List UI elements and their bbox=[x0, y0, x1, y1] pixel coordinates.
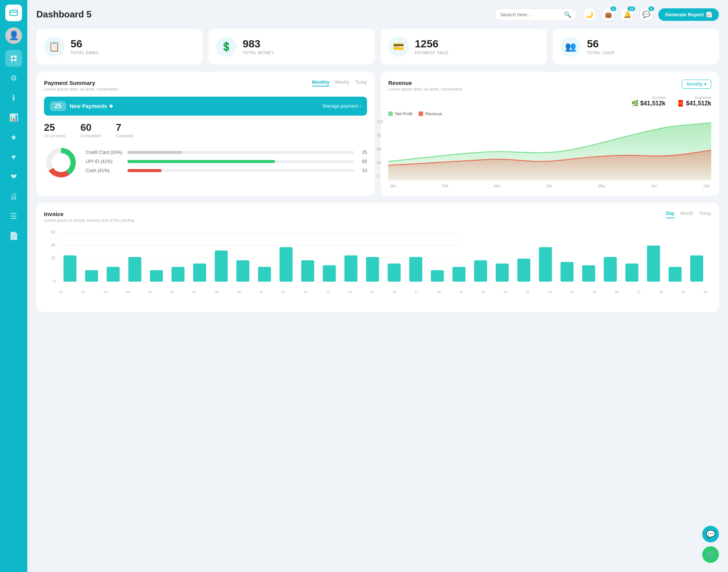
on-process-number: 25 bbox=[44, 122, 65, 133]
invoice-chart: 60 40 20 0 01020304050607080910111213141… bbox=[44, 229, 711, 304]
sidebar-item-document[interactable]: 📄 bbox=[5, 227, 22, 244]
x-label-15: 15 bbox=[370, 290, 374, 294]
x-label-17: 17 bbox=[415, 290, 419, 294]
svg-rect-31 bbox=[366, 257, 379, 282]
sidebar-item-dashboard[interactable] bbox=[5, 50, 22, 67]
chat-btn[interactable]: 💬 5 bbox=[639, 8, 653, 21]
stat-card-payment: 💳 1256 PAYMENT SALE bbox=[381, 29, 547, 64]
income-value: 🌿 $41,512k bbox=[631, 100, 666, 107]
canceled-label: Canceled bbox=[116, 133, 133, 138]
revenue-header: Revenue Lorem ipsum dolor sit amet, cons… bbox=[388, 80, 711, 91]
support-float-btn[interactable]: 💬 bbox=[702, 526, 719, 542]
x-label-jan: Jan bbox=[390, 184, 396, 188]
sidebar-item-heart[interactable]: ♥ bbox=[5, 149, 22, 165]
cart-float-btn[interactable]: 🛒 bbox=[702, 546, 719, 563]
sidebar-item-star[interactable]: ★ bbox=[5, 129, 22, 146]
money-icon: 💲 bbox=[216, 36, 237, 57]
invoice-tab-day[interactable]: Day bbox=[666, 211, 675, 218]
revenue-card: Revenue Lorem ipsum dolor sit amet, cons… bbox=[381, 72, 719, 196]
progress-row-credit: Credit Card (24%) 25 bbox=[86, 150, 367, 155]
progress-bar-upi-bg bbox=[127, 160, 354, 163]
search-input[interactable] bbox=[500, 12, 561, 17]
revenue-y-labels: 120 90 60 30 0 bbox=[377, 120, 383, 179]
invoice-tab-today[interactable]: Today bbox=[699, 211, 711, 218]
search-box[interactable]: 🔍 bbox=[494, 8, 577, 21]
payment-summary-title: Payment Summary bbox=[44, 80, 118, 86]
progress-label-cash: Cash (41%) bbox=[86, 168, 124, 173]
sidebar-item-print[interactable]: 🖨 bbox=[5, 188, 22, 205]
legend-revenue: Revenue bbox=[419, 111, 442, 116]
stat-info-user: 56 TOTAL USER bbox=[587, 38, 615, 55]
svg-rect-28 bbox=[301, 260, 314, 282]
x-label-jun: Jun bbox=[651, 184, 657, 188]
legend-net-profit: Net Profit bbox=[388, 111, 413, 116]
canceled-number: 7 bbox=[116, 122, 133, 133]
payment-summary-header: Payment Summary Lorem ipsum dolor sit am… bbox=[44, 80, 367, 91]
tab-weekly[interactable]: Weekly bbox=[335, 80, 350, 86]
income-label: Income bbox=[631, 95, 666, 100]
x-label-18: 18 bbox=[437, 290, 441, 294]
revenue-chart: Jan Feb Mar Apr May Jun July 120 90 60 3… bbox=[388, 120, 711, 188]
completed-number: 60 bbox=[80, 122, 100, 133]
svg-rect-0 bbox=[10, 10, 17, 16]
on-process-label: On process bbox=[44, 133, 65, 138]
tab-monthly[interactable]: Monthly bbox=[312, 80, 329, 86]
svg-rect-18 bbox=[85, 270, 98, 282]
bar-chart-icon: 📈 bbox=[706, 12, 712, 17]
tab-today[interactable]: Today bbox=[355, 80, 367, 86]
x-label-05: 05 bbox=[148, 290, 152, 294]
svg-rect-42 bbox=[604, 257, 617, 282]
progress-bar-credit-bg bbox=[127, 151, 354, 154]
search-icon: 🔍 bbox=[564, 11, 571, 18]
user-icon: 👥 bbox=[560, 36, 581, 57]
svg-rect-36 bbox=[474, 260, 487, 282]
svg-rect-26 bbox=[258, 267, 271, 282]
svg-rect-17 bbox=[63, 255, 76, 282]
revenue-monthly-btn[interactable]: Monthly ▾ bbox=[682, 80, 711, 89]
x-label-02: 02 bbox=[82, 290, 85, 294]
x-label-23: 23 bbox=[548, 290, 552, 294]
generate-report-label: Generate Report bbox=[665, 12, 704, 17]
sidebar-item-heart2[interactable]: ❤ bbox=[5, 168, 22, 185]
progress-val-cash: 10 bbox=[358, 168, 367, 173]
expense-label: Expense bbox=[677, 95, 711, 100]
invoice-title-group: Invoice Lorem ipsum is simply dummy text… bbox=[44, 211, 134, 223]
svg-text:20: 20 bbox=[51, 256, 56, 260]
on-process-stat: 25 On process bbox=[44, 122, 65, 138]
manage-payment-link[interactable]: Manage payment › bbox=[323, 103, 361, 109]
invoice-tab-month[interactable]: Month bbox=[681, 211, 693, 218]
svg-rect-30 bbox=[344, 255, 357, 282]
bell-btn[interactable]: 🔔 12 bbox=[620, 8, 634, 21]
wallet-btn[interactable]: 👜 2 bbox=[601, 8, 615, 21]
revenue-legend: Net Profit Revenue bbox=[388, 111, 711, 116]
x-label-12: 12 bbox=[304, 290, 308, 294]
sidebar-item-info[interactable]: ℹ bbox=[5, 89, 22, 106]
sidebar-item-settings[interactable]: ⚙ bbox=[5, 70, 22, 86]
income-item: Income 🌿 $41,512k bbox=[631, 95, 666, 107]
svg-text:60: 60 bbox=[51, 230, 56, 234]
sidebar-item-list[interactable]: ☰ bbox=[5, 208, 22, 224]
avatar: 👤 bbox=[5, 27, 22, 44]
svg-rect-35 bbox=[452, 267, 465, 282]
new-payments-left: 25 New Payments bbox=[50, 101, 113, 111]
svg-rect-44 bbox=[647, 246, 660, 282]
x-label-13: 13 bbox=[326, 290, 329, 294]
svg-rect-33 bbox=[409, 257, 422, 282]
svg-rect-32 bbox=[388, 263, 400, 282]
progress-fill-upi bbox=[127, 160, 275, 163]
x-label-29: 29 bbox=[681, 290, 685, 294]
email-icon: 📋 bbox=[44, 36, 64, 57]
expense-item: Expense 🧧 $41,512k bbox=[677, 95, 711, 107]
user-label: TOTAL USER bbox=[587, 50, 615, 55]
theme-toggle-btn[interactable]: 🌙 bbox=[582, 8, 596, 21]
progress-fill-credit bbox=[127, 151, 182, 154]
payment-summary-card: Payment Summary Lorem ipsum dolor sit am… bbox=[36, 72, 375, 196]
payment-icon: 💳 bbox=[388, 36, 409, 57]
x-label-11: 11 bbox=[281, 290, 285, 294]
invoice-card: Invoice Lorem ipsum is simply dummy text… bbox=[36, 203, 719, 312]
x-label-27: 27 bbox=[637, 290, 641, 294]
generate-report-button[interactable]: Generate Report 📈 bbox=[658, 8, 719, 21]
x-label-25: 25 bbox=[593, 290, 596, 294]
sidebar-item-chart[interactable]: 📊 bbox=[5, 109, 22, 126]
stat-card-money: 💲 983 TOTAL MONEY bbox=[209, 29, 375, 64]
